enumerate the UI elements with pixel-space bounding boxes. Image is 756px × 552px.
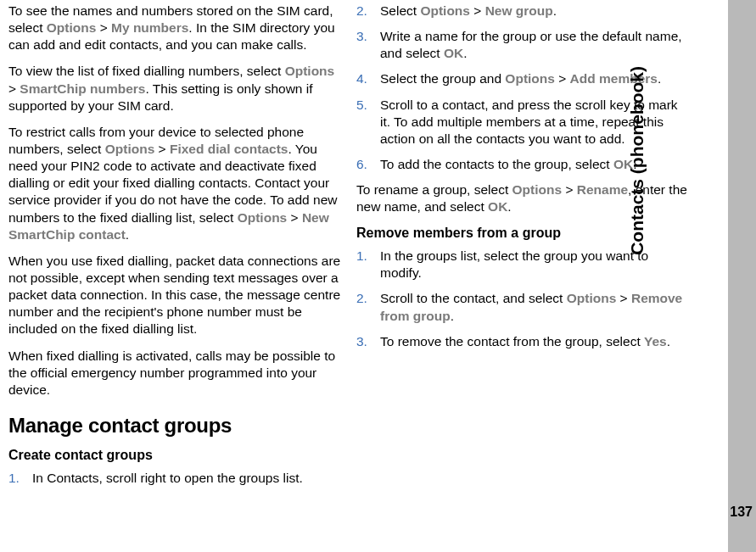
text: To rename a group, select	[356, 182, 512, 197]
list-number: 6.	[356, 156, 367, 173]
page-sidebar: Contacts (phonebook) 137	[728, 0, 756, 552]
list-number: 3.	[356, 333, 367, 350]
separator: >	[616, 291, 631, 305]
options-label: Options	[285, 64, 335, 78]
list-number: 3.	[356, 28, 367, 45]
list-number: 1.	[8, 470, 20, 487]
text: To view the list of fixed dialling numbe…	[8, 64, 285, 78]
page-number: 137	[730, 504, 753, 521]
options-label: Options	[47, 20, 97, 35]
text: Select	[380, 3, 420, 18]
column-left: To see the names and numbers stored on t…	[8, 3, 353, 547]
text: .	[667, 334, 670, 348]
paragraph-restrict-calls: To restrict calls from your device to se…	[8, 124, 341, 243]
list-number: 2.	[356, 290, 367, 307]
create-groups-list-start: 1. In Contacts, scroll right to open the…	[8, 470, 341, 487]
options-label: Options	[420, 3, 470, 18]
fixed-dial-contacts-label: Fixed dial contacts	[170, 142, 288, 156]
separator: >	[470, 3, 485, 18]
heading-create-contact-groups: Create contact groups	[8, 447, 341, 465]
text: In Contacts, scroll right to open the gr…	[32, 471, 303, 485]
separator: >	[154, 142, 170, 156]
list-number: 1.	[356, 248, 367, 265]
separator: >	[8, 81, 20, 96]
paragraph-fixed-dialling-list: To view the list of fixed dialling numbe…	[8, 63, 341, 114]
options-label: Options	[567, 291, 617, 305]
list-item: 2. Scroll to the contact, and select Opt…	[356, 290, 691, 324]
list-number: 5.	[356, 97, 367, 114]
list-number: 2.	[356, 3, 367, 20]
ok-label: OK	[488, 199, 507, 214]
list-item: 3. To remove the contact from the group,…	[356, 333, 691, 350]
yes-label: Yes	[644, 334, 667, 348]
paragraph-sim-names: To see the names and numbers stored on t…	[8, 3, 341, 53]
text: .	[126, 227, 129, 242]
list-number: 4.	[356, 70, 367, 87]
section-title: Contacts (phonebook)	[625, 0, 648, 66]
separator: >	[562, 182, 577, 197]
text: .	[463, 46, 467, 60]
text: Select the group and	[380, 71, 505, 86]
paragraph-packet-data: When you use fixed dialling, packet data…	[8, 253, 341, 338]
text: To add the contacts to the group, select	[380, 157, 613, 171]
options-label: Options	[238, 210, 288, 225]
paragraph-emergency: When fixed dialling is activated, calls …	[8, 348, 341, 399]
heading-manage-contact-groups: Manage contact groups	[8, 412, 341, 438]
new-group-label: New group	[485, 3, 553, 18]
separator: >	[96, 20, 111, 35]
options-label: Options	[505, 71, 555, 86]
rename-label: Rename	[577, 182, 628, 197]
separator: >	[555, 71, 570, 86]
text: .	[658, 71, 661, 86]
options-label: Options	[105, 142, 155, 156]
ok-label: OK	[444, 46, 463, 60]
smartchip-numbers-label: SmartChip numbers	[20, 81, 145, 96]
text: In the groups list, select the group you…	[380, 248, 648, 280]
separator: >	[287, 210, 302, 225]
remove-members-list: 1. In the groups list, select the group …	[356, 248, 691, 350]
text: To remove the contact from the group, se…	[380, 334, 644, 348]
my-numbers-label: My numbers	[111, 20, 188, 35]
text: .	[507, 199, 511, 214]
text: .	[451, 309, 454, 323]
text: .	[553, 3, 557, 18]
text: Scroll to the contact, and select	[380, 291, 567, 305]
list-item: 1. In Contacts, scroll right to open the…	[8, 470, 341, 487]
options-label: Options	[512, 182, 563, 197]
